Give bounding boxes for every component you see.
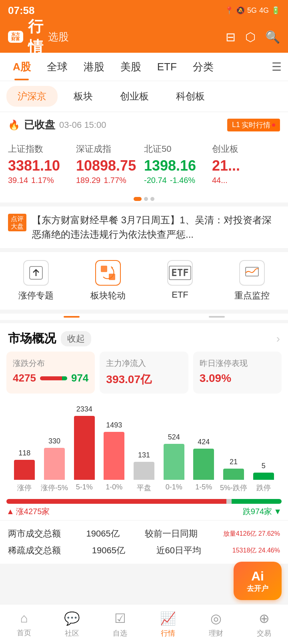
location-icon: 📍 [225, 6, 234, 15]
vol-value-1: 19065亿 [86, 528, 120, 540]
header-actions: ⊟ ⬡ 🔍 [226, 30, 280, 44]
sub-tabs: 沪深京 板块 创业板 科创板 [0, 81, 288, 111]
sub-tab-shanghai[interactable]: 沪深京 [6, 86, 58, 107]
bar-2 [44, 448, 65, 480]
bar-lbl-8: 5%-跌停 [219, 483, 249, 493]
rf-fall-label: 跌974家 ▼ [243, 506, 282, 517]
realtime-badge[interactable]: L1 实时行情 [227, 119, 280, 131]
index-shenzhen[interactable]: 深证成指 10898.75 189.291.77% [76, 143, 144, 185]
vol-value-2: 19065亿 [92, 545, 125, 557]
index-change-cn: 44... [212, 176, 280, 185]
tab-a-stocks[interactable]: A股 [6, 57, 37, 77]
watchlist-icon: ☑ [114, 611, 126, 626]
bar-6 [164, 444, 184, 480]
vol-label-1: 两市成交总额 [8, 528, 61, 540]
perf-label: 昨日涨停表现 [200, 358, 275, 369]
index-value-sh: 3381.10 [8, 157, 76, 174]
bar-col-3: 2334 [69, 405, 99, 480]
header-subtitle[interactable]: 选股 [48, 30, 69, 44]
ai-button[interactable]: Ai 去开户 [234, 562, 282, 600]
bar-col-5: 131 [129, 451, 159, 480]
qa-label-limit-up: 涨停专题 [18, 290, 54, 302]
nav-wealth[interactable]: ◎ 理财 [192, 604, 240, 644]
bar-9 [253, 473, 274, 480]
stat-card-limit-perf[interactable]: 昨日涨停表现 3.09% [193, 352, 282, 394]
svg-rect-1 [101, 266, 107, 272]
bar-col-7: 424 [189, 438, 219, 480]
tab-global[interactable]: 全球 [40, 57, 74, 77]
bar-lbl-7: 1-5% [189, 483, 219, 493]
qa-carousel-indicator [0, 314, 288, 320]
bar-lbl-3: 5-1% [69, 483, 99, 493]
qa-label-monitor: 重点监控 [234, 290, 270, 302]
rf-bar [6, 499, 282, 504]
status-bar: 07:58 📍 🔕 5G 4G 🔋 [0, 0, 288, 21]
arrow-right-icon[interactable]: › [276, 332, 280, 345]
index-value-bse: 1398.16 [144, 157, 212, 174]
index-shanghai[interactable]: 上证指数 3381.10 39.141.17% [8, 143, 76, 185]
market-status: 🔥 已收盘 03-06 15:00 L1 实时行情 [0, 112, 288, 137]
bar-val-6: 524 [168, 433, 180, 441]
nav-label-community: 社区 [65, 628, 79, 638]
sub-tab-chinext[interactable]: 创业板 [109, 86, 160, 107]
index-name-sh: 上证指数 [8, 143, 76, 155]
bar-col-2: 330 [40, 437, 70, 480]
bar-val-9: 5 [262, 462, 266, 470]
rise-fall-bar: ▲ 涨4275家 跌974家 ▼ [0, 499, 288, 520]
search-icon[interactable]: 🔍 [265, 30, 280, 44]
stat-card-flow[interactable]: 主力净流入 393.07亿 [100, 352, 188, 394]
index-value-sz: 10898.75 [76, 157, 144, 174]
qa-monitor[interactable]: 重点监控 [216, 260, 288, 302]
qa-etf[interactable]: ETF ETF [144, 260, 216, 302]
badge-text: 实时行情 [242, 120, 270, 130]
index-bse50[interactable]: 北证50 1398.16 -20.74-1.46% [144, 143, 212, 185]
dist-label: 涨跌分布 [13, 358, 88, 369]
dot-2 [144, 197, 148, 201]
nav-community[interactable]: 💬 社区 [48, 604, 96, 644]
index-change-bse: -20.74-1.46% [144, 176, 212, 185]
sub-tab-sector[interactable]: 板块 [62, 86, 104, 107]
bar-col-6: 524 [159, 433, 189, 480]
tab-category[interactable]: 分类 [186, 57, 220, 77]
section-header: 市场概况 收起 › [0, 323, 288, 352]
stat-card-distribution[interactable]: 涨跌分布 4275 974 [6, 352, 95, 394]
dot-3 [150, 197, 154, 201]
news-banner[interactable]: 点评 大盘 【东方财富财经早餐 3月7日周五】1、吴清：对投资者深恶痛绝的违法违… [0, 207, 288, 248]
bar-5 [134, 462, 154, 480]
nav-label-trade: 交易 [257, 628, 271, 638]
tab-hk-stocks[interactable]: 港股 [77, 57, 111, 77]
volume-row-1: 两市成交总额 19065亿 较前一日同期 放量4126亿 27.62% [8, 525, 280, 542]
share-icon[interactable]: ⬡ [245, 30, 256, 44]
vol-highlight-1: 放量4126亿 27.62% [223, 530, 280, 538]
nav-label-watchlist: 自选 [113, 628, 127, 638]
scan-icon[interactable]: ⊟ [226, 30, 236, 44]
nav-label-market: 行情 [161, 628, 175, 638]
tab-etf[interactable]: ETF [151, 58, 183, 76]
bar-val-7: 424 [198, 438, 210, 446]
collapse-button[interactable]: 收起 [61, 331, 91, 346]
bar-lbl-4: 1-0% [99, 483, 129, 493]
index-name-bse: 北证50 [144, 143, 212, 155]
qa-dot-2 [209, 316, 225, 318]
qa-rotation[interactable]: 板块轮动 [72, 260, 144, 302]
nav-trade[interactable]: ⊕ 交易 [240, 604, 288, 644]
index-change-sh: 39.141.17% [8, 176, 76, 185]
ai-sublabel: 去开户 [247, 584, 268, 593]
nav-market[interactable]: 📈 行情 [144, 604, 192, 644]
bar-col-4: 1493 [99, 421, 129, 480]
live-dot [272, 123, 275, 127]
menu-icon[interactable]: ☰ [272, 60, 282, 74]
index-chinext[interactable]: 创业板 21... 44... [212, 143, 280, 185]
carousel-indicator [0, 193, 288, 203]
nav-watchlist[interactable]: ☑ 自选 [96, 604, 144, 644]
sub-tab-star[interactable]: 科创板 [165, 86, 216, 107]
qa-limit-up[interactable]: 涨停专题 [0, 260, 72, 302]
signal-icon: 5G [247, 6, 257, 15]
rf-fall [232, 499, 282, 504]
tab-us-stocks[interactable]: 美股 [114, 57, 148, 77]
bar-lbl-5: 平盘 [129, 483, 159, 493]
nav-home[interactable]: ⌂ 首页 [0, 604, 48, 644]
bar-val-3: 2334 [76, 405, 92, 413]
bar-lbl-9: 跌停 [248, 483, 278, 493]
bar-val-4: 1493 [106, 421, 122, 429]
